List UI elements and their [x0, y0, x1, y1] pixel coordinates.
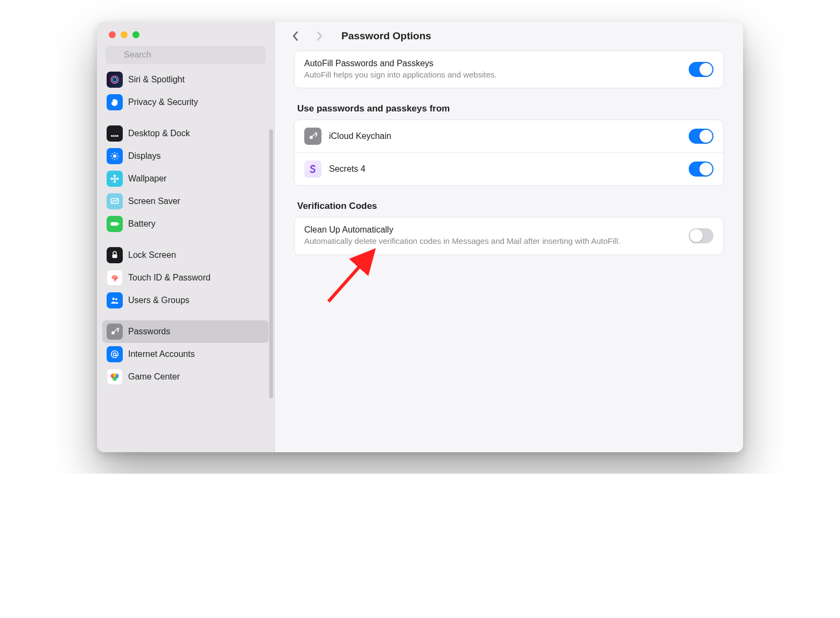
sidebar-item-displays[interactable]: Displays — [102, 145, 269, 167]
at-icon — [107, 346, 123, 362]
window-controls — [97, 22, 274, 46]
brightness-icon — [107, 148, 123, 164]
svg-point-27 — [115, 298, 117, 300]
main-content: Password Options AutoFill Passwords and … — [275, 22, 743, 452]
svg-rect-5 — [113, 136, 114, 137]
verification-section-label: Verification Codes — [297, 201, 724, 212]
svg-rect-7 — [116, 136, 117, 137]
sidebar-item-siri-spotlight[interactable]: Siri & Spotlight — [102, 68, 269, 91]
sidebar-scrollbar[interactable] — [269, 129, 273, 398]
sidebar-item-label: Users & Groups — [128, 296, 190, 305]
svg-rect-23 — [111, 222, 118, 226]
close-window-button[interactable] — [109, 31, 116, 38]
svg-point-21 — [116, 178, 119, 180]
fingerprint-icon — [107, 270, 123, 286]
sidebar-item-label: Screen Saver — [128, 196, 180, 206]
svg-point-20 — [111, 178, 114, 180]
keychain-icon — [304, 128, 321, 145]
header: Password Options — [275, 22, 743, 47]
autofill-card: AutoFill Passwords and Passkeys AutoFill… — [294, 51, 724, 88]
sidebar-item-label: Touch ID & Password — [128, 273, 211, 283]
svg-line-15 — [112, 158, 113, 159]
svg-point-33 — [113, 373, 117, 377]
svg-rect-24 — [118, 223, 120, 224]
sidebar-item-touchid-password[interactable]: Touch ID & Password — [102, 266, 269, 289]
screensaver-icon — [107, 193, 123, 209]
minimize-window-button[interactable] — [121, 31, 128, 38]
svg-point-17 — [114, 178, 116, 180]
svg-point-34 — [310, 136, 313, 139]
verification-card: Clean Up Automatically Automatically del… — [294, 217, 724, 255]
sidebar-item-label: Wallpaper — [128, 174, 166, 184]
svg-point-2 — [111, 76, 118, 83]
sidebar-item-label: Game Center — [128, 372, 180, 382]
sidebar-item-battery[interactable]: Battery — [102, 213, 269, 235]
sidebar-item-game-center[interactable]: Game Center — [102, 366, 269, 388]
providers-card: iCloud Keychain Secrets 4 — [294, 120, 724, 186]
sidebar-item-label: Passwords — [128, 327, 170, 336]
hand-icon — [107, 94, 123, 110]
svg-line-16 — [117, 153, 118, 154]
svg-point-3 — [113, 78, 117, 82]
dock-icon — [107, 125, 123, 142]
svg-line-14 — [117, 158, 118, 159]
svg-point-29 — [113, 353, 116, 355]
sidebar-item-label: Desktop & Dock — [128, 129, 190, 138]
svg-point-26 — [113, 298, 115, 300]
svg-point-19 — [114, 180, 116, 183]
forward-button[interactable] — [313, 30, 325, 42]
sidebar-item-internet-accounts[interactable]: Internet Accounts — [102, 343, 269, 366]
secrets-icon — [304, 160, 321, 178]
svg-line-13 — [112, 153, 113, 154]
provider-name: Secrets 4 — [329, 164, 681, 174]
back-button[interactable] — [290, 30, 302, 42]
provider-row-icloud-keychain: iCloud Keychain — [295, 120, 723, 152]
svg-point-18 — [114, 175, 116, 178]
svg-point-8 — [113, 154, 116, 158]
sidebar-item-screen-saver[interactable]: Screen Saver — [102, 190, 269, 213]
cleanup-toggle[interactable] — [689, 228, 713, 243]
secrets4-toggle[interactable] — [689, 161, 713, 177]
sidebar-item-label: Siri & Spotlight — [128, 75, 185, 85]
svg-point-32 — [113, 376, 117, 381]
sidebar-item-lock-screen[interactable]: Lock Screen — [102, 244, 269, 266]
sidebar-item-privacy-security[interactable]: Privacy & Security — [102, 91, 269, 114]
sidebar-item-label: Privacy & Security — [128, 97, 198, 107]
sidebar-item-passwords[interactable]: Passwords — [102, 320, 269, 343]
sidebar-item-label: Displays — [128, 151, 160, 161]
settings-window: Siri & Spotlight Privacy & Security Desk… — [97, 22, 743, 452]
autofill-title: AutoFill Passwords and Passkeys — [304, 59, 681, 68]
key-icon — [107, 324, 123, 340]
lock-icon — [107, 247, 123, 263]
svg-rect-6 — [114, 136, 115, 137]
sidebar-item-label: Battery — [128, 219, 156, 229]
cleanup-title: Clean Up Automatically — [304, 225, 681, 235]
gamecenter-icon — [107, 369, 123, 385]
autofill-toggle[interactable] — [689, 62, 713, 77]
sidebar-item-wallpaper[interactable]: Wallpaper — [102, 167, 269, 190]
page-title: Password Options — [341, 30, 431, 42]
sidebar: Siri & Spotlight Privacy & Security Desk… — [97, 22, 275, 452]
svg-rect-25 — [113, 255, 117, 258]
siri-icon — [107, 72, 123, 88]
users-icon — [107, 292, 123, 308]
sidebar-item-label: Lock Screen — [128, 250, 176, 260]
autofill-subtitle: AutoFill helps you sign into application… — [304, 69, 681, 80]
sidebar-item-desktop-dock[interactable]: Desktop & Dock — [102, 122, 269, 145]
provider-name: iCloud Keychain — [329, 131, 681, 141]
sidebar-item-users-groups[interactable]: Users & Groups — [102, 289, 269, 312]
search-input[interactable] — [106, 46, 265, 64]
battery-icon — [107, 216, 123, 232]
sidebar-list[interactable]: Siri & Spotlight Privacy & Security Desk… — [97, 68, 274, 452]
icloud-keychain-toggle[interactable] — [689, 129, 713, 144]
svg-point-28 — [111, 331, 115, 334]
sidebar-item-label: Internet Accounts — [128, 349, 195, 359]
providers-section-label: Use passwords and passkeys from — [297, 103, 724, 114]
fullscreen-window-button[interactable] — [132, 31, 139, 38]
cleanup-subtitle: Automatically delete verification codes … — [304, 236, 681, 247]
provider-row-secrets4: Secrets 4 — [295, 152, 723, 185]
flower-icon — [107, 171, 123, 187]
